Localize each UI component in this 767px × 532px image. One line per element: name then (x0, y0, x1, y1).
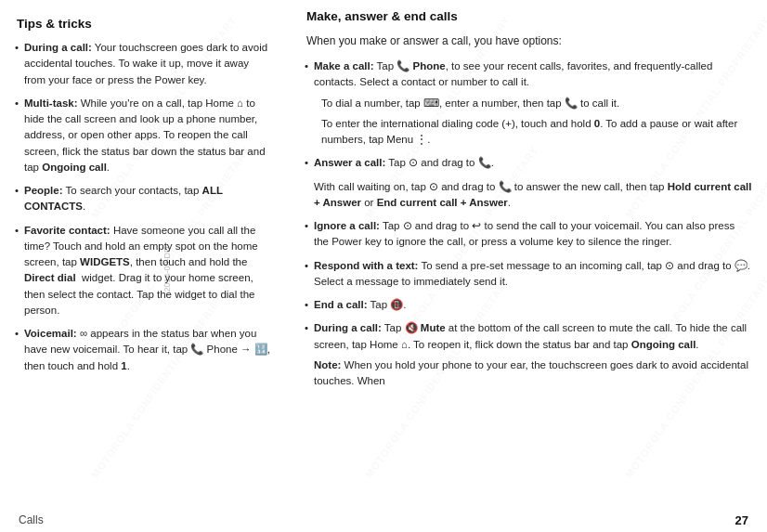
list-item: During a call: Your touchscreen goes dar… (17, 40, 273, 88)
bullet-label: Ignore a call: (314, 220, 380, 231)
bullet-label: Respond with a text: (314, 260, 418, 271)
bullet-text: Tap 📵. (370, 299, 407, 310)
footer-label: Calls (19, 513, 44, 526)
footer-page: 27 (735, 513, 748, 527)
list-item: Answer a call: Tap ⊙ and drag to 📞. (306, 155, 752, 171)
list-item: Favorite contact: Have someone you call … (17, 223, 273, 319)
bullet-label: Favorite contact: (24, 225, 110, 236)
right-section-title: Make, answer & end calls (306, 9, 752, 23)
bullet-text: Tap 📞 Phone, to see your recent calls, f… (314, 60, 712, 87)
list-item: End a call: Tap 📵. (306, 297, 752, 313)
sub-text-2: To enter the international dialing code … (314, 111, 752, 149)
footer-bar: Calls 27 (0, 508, 767, 532)
list-item: Make a call: Tap 📞 Phone, to see your re… (306, 58, 752, 148)
bullet-label: Multi-task: (24, 97, 78, 109)
left-section-title: Tips & tricks (17, 17, 273, 31)
right-column: Make, answer & end calls When you make o… (288, 0, 767, 532)
bullet-label: End a call: (314, 299, 368, 310)
bullet-label: Answer a call: (314, 157, 385, 168)
bullet-label: Voicemail: (24, 328, 77, 339)
list-item: Multi-task: While you're on a call, tap … (17, 96, 273, 175)
list-item: Ignore a call: Tap ⊙ and drag to ↩ to se… (306, 218, 752, 251)
note-text: Note: When you hold your phone to your e… (314, 353, 752, 390)
sub-text: To dial a number, tap ⌨, enter a number,… (314, 91, 752, 111)
bullet-label: Make a call: (314, 60, 374, 71)
left-column: Tips & tricks During a call: Your touchs… (0, 0, 288, 532)
right-intro: When you make or answer a call, you have… (306, 32, 752, 49)
bullet-label: People: (24, 185, 63, 196)
list-item: People: To search your contacts, tap ALL… (17, 183, 273, 215)
bullet-text: Have someone you call all the time? Touc… (24, 225, 258, 316)
list-item: Voicemail: ∞ appears in the status bar w… (17, 326, 273, 374)
content-area: Tips & tricks During a call: Your touchs… (0, 0, 767, 532)
list-item: Respond with a text: To send a pre-set m… (306, 258, 752, 291)
bullet-label: During a call: (24, 42, 92, 53)
call-waiting-text: With call waiting on, tap ⊙ and drag to … (306, 179, 752, 212)
list-item: During a call: Tap 🔇 Mute at the bottom … (306, 320, 752, 389)
bullet-label: During a call: (314, 322, 382, 333)
bullet-text: Tap ⊙ and drag to 📞. (388, 157, 494, 168)
